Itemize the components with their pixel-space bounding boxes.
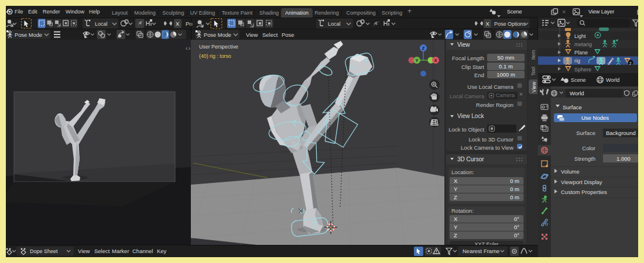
svg-text:Z: Z [422,46,425,51]
svg-text:Light: Light [574,33,586,39]
svg-text:rig: rig [574,58,580,64]
svg-text:Y: Y [415,58,418,63]
svg-text:Pose Mode: Pose Mode [15,32,42,38]
svg-text:World: World [606,77,619,83]
svg-text:X: X [434,58,437,63]
svg-text:Plane: Plane [574,50,588,56]
svg-text:View: View [246,32,258,38]
svg-text:Volume: Volume [561,168,580,175]
svg-text:Pose Mode: Pose Mode [204,32,231,38]
svg-text:Select: Select [94,248,110,254]
svg-text:Sphere: Sphere [574,67,591,72]
svg-text:Pose: Pose [282,32,294,38]
svg-text:Nearest Frame: Nearest Frame [463,248,499,254]
svg-text:User Perspective: User Perspective [199,44,238,50]
svg-text:X: X [176,20,180,27]
svg-text:X: X [486,20,490,27]
svg-text:Viewport Display: Viewport Display [561,179,602,185]
svg-text:(40) rig : torso: (40) rig : torso [199,53,231,59]
svg-text:Scene: Scene [571,77,586,83]
svg-text:2: 2 [629,61,632,65]
svg-text:metarig: metarig [574,41,592,47]
svg-text:Local: Local [95,21,108,27]
svg-text:Marker: Marker [112,248,129,254]
svg-text:1.000: 1.000 [616,155,631,162]
svg-text:Surface: Surface [576,130,595,136]
svg-text:Custom Properties: Custom Properties [561,189,607,195]
svg-text:World: World [570,90,584,96]
svg-text:Color: Color [582,145,595,151]
svg-text:Strength: Strength [574,155,595,162]
svg-text:Local: Local [328,21,341,27]
svg-text:Select: Select [262,32,278,38]
svg-text:Surface: Surface [563,104,582,110]
svg-text:Key: Key [157,248,167,254]
svg-text:Background: Background [606,130,636,136]
svg-text:View: View [78,248,90,254]
svg-text:Channel: Channel [132,248,153,254]
svg-text:Pose Options: Pose Options [494,21,526,27]
svg-text:Dope Sheet: Dope Sheet [30,248,58,254]
svg-text:Use Nodes: Use Nodes [581,115,609,121]
